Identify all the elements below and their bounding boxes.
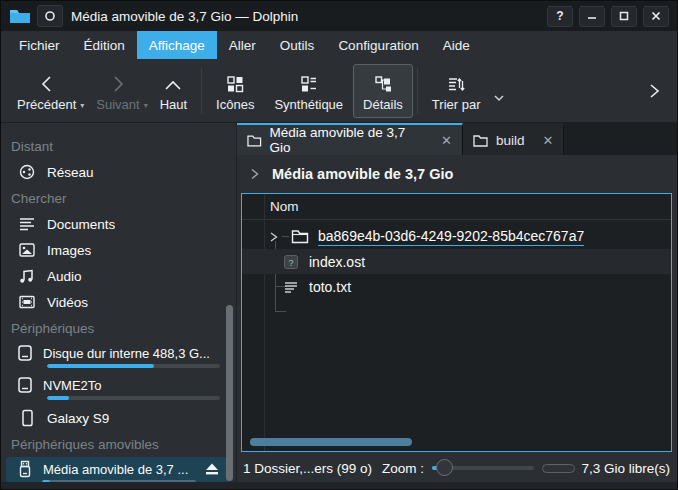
close-button[interactable] [643, 6, 669, 27]
file-row-toto-txt[interactable]: toto.txt [242, 274, 671, 299]
help-button[interactable]: ? [547, 6, 573, 27]
chevron-right-icon [647, 82, 661, 100]
file-row-index-ost[interactable]: ? index.ost [242, 249, 671, 274]
view-details-button[interactable]: Détails [353, 64, 413, 118]
hard-drive-icon [17, 344, 33, 362]
disk-usage-bar [47, 364, 220, 368]
location-bar[interactable]: Média amovible de 3,7 Gio [237, 155, 677, 193]
menu-fichier[interactable]: Fichier [7, 31, 72, 59]
sidebar-item-galaxy-s9[interactable]: Galaxy S9 [1, 405, 236, 431]
file-rows: ba869e4b-03d6-4249-9202-85b4cec767a7 ? i… [242, 220, 671, 299]
sidebar-item-videos[interactable]: Vidéos [1, 289, 236, 315]
section-peripheriques: Périphériques [1, 315, 236, 341]
forward-history-caret-icon: ▾ [144, 101, 148, 110]
toolbar: Précédent ▾ Suivant ▾ Haut [1, 59, 677, 123]
back-button[interactable]: Précédent ▾ [7, 64, 86, 118]
tab-close-button[interactable]: ✕ [535, 133, 554, 148]
section-distant: Distant [1, 133, 236, 159]
menubar: Fichier Édition Affichage Aller Outils C… [1, 31, 677, 59]
file-name[interactable]: toto.txt [309, 279, 351, 295]
sidebar-item-media-amovible[interactable]: Média amovible de 3,7 ... [6, 457, 228, 482]
view-compact-button[interactable]: Synthétique [264, 64, 353, 118]
main-area: Média amovible de 3,7 Gio ✕ build ✕ Médi… [237, 123, 677, 482]
close-icon [651, 11, 661, 21]
tab-build[interactable]: build ✕ [463, 123, 564, 155]
sidebar-item-documents[interactable]: Documents [1, 211, 236, 237]
menu-outils[interactable]: Outils [268, 31, 327, 59]
window-menu-icon [44, 10, 56, 22]
horizontal-scrollbar[interactable] [250, 438, 412, 446]
tab-label: Média amovible de 3,7 Gio [270, 125, 426, 155]
sidebar-item-audio[interactable]: Audio [1, 263, 236, 289]
sidebar-item-images[interactable]: Images [1, 237, 236, 263]
documents-icon [17, 215, 37, 233]
content: Distant Réseau Chercher Documents [1, 123, 677, 482]
hard-drive-icon [17, 376, 33, 394]
disk-usage-bar [42, 480, 196, 482]
maximize-button[interactable] [611, 6, 637, 27]
sidebar-item-nvme2to[interactable]: NVME2To [1, 373, 236, 405]
zoom-slider[interactable] [432, 459, 534, 477]
breadcrumb-current-folder[interactable]: Média amovible de 3,7 Gio [272, 166, 453, 182]
zoom-slider-handle[interactable] [436, 459, 453, 476]
breadcrumb-chevron-icon [249, 167, 260, 181]
menu-aide[interactable]: Aide [431, 31, 482, 59]
toolbar-overflow-button[interactable] [647, 82, 661, 100]
expand-chevron-icon[interactable] [268, 231, 282, 243]
tab-media-amovible[interactable]: Média amovible de 3,7 Gio ✕ [237, 123, 463, 155]
file-name[interactable]: ba869e4b-03d6-4249-9202-85b4cec767a7 [318, 228, 584, 246]
up-button[interactable]: Haut [150, 64, 197, 118]
sort-by-button[interactable]: Trier par [422, 64, 491, 118]
window-menu-button[interactable] [37, 5, 63, 27]
unknown-file-icon: ? [282, 254, 300, 270]
network-icon [17, 163, 37, 181]
folder-icon [473, 134, 488, 147]
dolphin-app-icon [9, 7, 31, 25]
view-icons-button[interactable]: Icônes [206, 64, 264, 118]
menu-affichage[interactable]: Affichage [137, 31, 217, 59]
chevron-left-icon [37, 70, 57, 94]
places-panel: Distant Réseau Chercher Documents [1, 123, 237, 482]
folder-icon [291, 229, 309, 244]
usb-drive-icon [17, 460, 33, 478]
statusbar: 1 Dossier,...ers (99 o) Zoom : 7,3 Gio l… [237, 454, 677, 482]
tab-label: build [496, 133, 525, 148]
dolphin-window: Média amovible de 3,7 Gio — Dolphin ? Fi… [0, 0, 678, 490]
section-peripheriques-amovibles: Périphériques amovibles [1, 431, 236, 457]
disk-usage-bar [47, 396, 220, 400]
toolbar-separator [201, 68, 202, 114]
folder-icon [247, 134, 262, 147]
compact-view-icon [299, 70, 319, 94]
eject-button[interactable] [204, 462, 220, 476]
menu-configuration[interactable]: Configuration [326, 31, 430, 59]
window-bottom-edge [1, 482, 677, 489]
sort-menu-caret-icon[interactable] [492, 93, 506, 103]
file-row-folder[interactable]: ba869e4b-03d6-4249-9202-85b4cec767a7 [242, 224, 671, 249]
menu-aller[interactable]: Aller [217, 31, 268, 59]
forward-button[interactable]: Suivant ▾ [86, 64, 149, 118]
svg-text:?: ? [288, 257, 293, 267]
column-header-nom[interactable]: Nom [242, 194, 671, 220]
maximize-icon [619, 11, 629, 21]
tab-close-button[interactable]: ✕ [433, 133, 452, 148]
sidebar-scrollbar[interactable] [226, 305, 233, 481]
file-name[interactable]: index.ost [309, 254, 365, 270]
music-note-icon [17, 267, 37, 285]
minimize-icon [587, 11, 597, 21]
file-view[interactable]: Nom [241, 193, 672, 452]
film-icon [17, 293, 37, 311]
chevron-right-icon [108, 70, 128, 94]
window-title: Média amovible de 3,7 Gio — Dolphin [71, 9, 298, 24]
sidebar-item-disque-interne[interactable]: Disque dur interne 488,3 G... [1, 341, 236, 373]
minimize-button[interactable] [579, 6, 605, 27]
free-space-label: 7,3 Gio libre(s) [581, 461, 670, 476]
selection-summary: 1 Dossier,...ers (99 o) [243, 461, 372, 476]
menu-edition[interactable]: Édition [72, 31, 137, 59]
icons-view-icon [225, 70, 245, 94]
sidebar-item-reseau[interactable]: Réseau [1, 159, 236, 185]
toolbar-separator [417, 68, 418, 114]
titlebar: Média amovible de 3,7 Gio — Dolphin ? [1, 1, 677, 31]
eject-icon [204, 462, 220, 476]
capacity-bar [542, 464, 575, 473]
back-history-caret-icon: ▾ [80, 101, 84, 110]
